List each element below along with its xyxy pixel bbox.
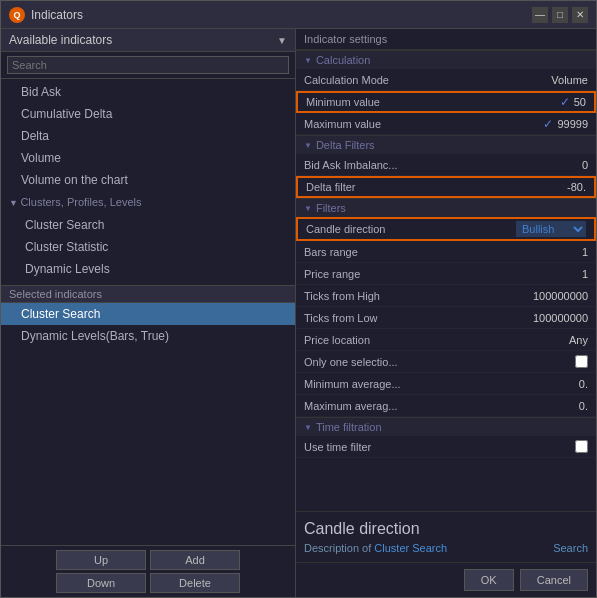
available-indicators-label: Available indicators bbox=[9, 33, 112, 47]
list-item-cluster-search[interactable]: Cluster Search bbox=[1, 214, 295, 236]
setting-name: Price range bbox=[304, 268, 582, 280]
description-panel: Candle direction Description of Cluster … bbox=[296, 511, 596, 562]
setting-name: Only one selectio... bbox=[304, 356, 575, 368]
setting-value: Any bbox=[569, 334, 588, 346]
description-link: Description of Cluster Search Search bbox=[304, 542, 588, 554]
setting-value: 0 bbox=[582, 159, 588, 171]
indicator-settings-header: Indicator settings bbox=[296, 29, 596, 50]
checkmark-icon: ✓ bbox=[560, 95, 570, 109]
setting-row-min-value: Minimum value ✓ 50 bbox=[296, 91, 596, 113]
main-content: Available indicators ▼ Bid Ask Cumulativ… bbox=[1, 29, 596, 597]
setting-value: 100000000 bbox=[533, 290, 588, 302]
minimize-button[interactable]: — bbox=[532, 7, 548, 23]
indicator-list: Bid Ask Cumulative Delta Delta Volume Vo… bbox=[1, 79, 295, 281]
cancel-button[interactable]: Cancel bbox=[520, 569, 588, 591]
setting-row-min-avg: Minimum average... 0. bbox=[296, 373, 596, 395]
list-item-cluster-stat[interactable]: Cluster Statistic bbox=[1, 236, 295, 258]
candle-direction-select[interactable]: Bullish Bearish Any bbox=[516, 221, 586, 237]
setting-row-candle-direction: Candle direction Bullish Bearish Any bbox=[296, 217, 596, 241]
available-indicators-header: Available indicators ▼ bbox=[1, 29, 295, 52]
setting-name: Bid Ask Imbalanc... bbox=[304, 159, 582, 171]
section-delta-filters: Delta Filters bbox=[296, 135, 596, 154]
description-title: Candle direction bbox=[304, 520, 588, 538]
bottom-buttons: OK Cancel bbox=[296, 562, 596, 597]
list-item-dynamic-levels[interactable]: Dynamic Levels bbox=[1, 258, 295, 280]
window-title: Indicators bbox=[31, 8, 83, 22]
list-item[interactable]: Bid Ask bbox=[1, 81, 295, 103]
main-window: Q Indicators — □ ✕ Available indicators … bbox=[0, 0, 597, 598]
search-box bbox=[1, 52, 295, 79]
checkmark-icon: ✓ bbox=[543, 117, 553, 131]
setting-name: Bars range bbox=[304, 246, 582, 258]
list-item-dynamic-levels-channel[interactable]: Dynamic Levels Channel bbox=[1, 280, 295, 281]
setting-name: Use time filter bbox=[304, 441, 575, 453]
close-button[interactable]: ✕ bbox=[572, 7, 588, 23]
setting-row-max-value: Maximum value ✓ 99999 bbox=[296, 113, 596, 135]
list-item-volume-chart[interactable]: Volume on the chart bbox=[1, 169, 295, 191]
setting-value: ✓ 50 bbox=[560, 95, 586, 109]
add-button[interactable]: Add bbox=[150, 550, 240, 570]
list-item[interactable]: Cumulative Delta bbox=[1, 103, 295, 125]
setting-name: Ticks from High bbox=[304, 290, 533, 302]
setting-row-calc-mode: Calculation Mode Volume bbox=[296, 69, 596, 91]
btn-row-bottom: Down Delete bbox=[5, 573, 291, 593]
setting-row-delta-filter: Delta filter -80. bbox=[296, 176, 596, 198]
setting-name: Price location bbox=[304, 334, 569, 346]
right-panel: Indicator settings Calculation Calculati… bbox=[296, 29, 596, 597]
only-one-checkbox[interactable] bbox=[575, 355, 588, 368]
maximize-button[interactable]: □ bbox=[552, 7, 568, 23]
setting-name: Maximum value bbox=[304, 118, 543, 130]
left-panel: Available indicators ▼ Bid Ask Cumulativ… bbox=[1, 29, 296, 597]
time-filter-checkbox[interactable] bbox=[575, 440, 588, 453]
setting-name: Calculation Mode bbox=[304, 74, 551, 86]
setting-row-ticks-low: Ticks from Low 100000000 bbox=[296, 307, 596, 329]
app-icon: Q bbox=[9, 7, 25, 23]
ok-button[interactable]: OK bbox=[464, 569, 514, 591]
cluster-search-link[interactable]: Cluster Search bbox=[374, 542, 447, 554]
search-label: Search bbox=[553, 542, 588, 554]
setting-row-time-filter: Use time filter bbox=[296, 436, 596, 458]
setting-name: Candle direction bbox=[306, 223, 516, 235]
title-controls: — □ ✕ bbox=[532, 7, 588, 23]
section-calculation: Calculation bbox=[296, 50, 596, 69]
dropdown-arrow-icon: ▼ bbox=[277, 35, 287, 46]
setting-value: Bullish Bearish Any bbox=[516, 221, 586, 237]
setting-value: 0. bbox=[579, 378, 588, 390]
down-button[interactable]: Down bbox=[56, 573, 146, 593]
left-bottom-buttons: Up Add Down Delete bbox=[1, 545, 295, 597]
setting-row-ticks-high: Ticks from High 100000000 bbox=[296, 285, 596, 307]
list-item-group[interactable]: Clusters, Profiles, Levels bbox=[1, 191, 295, 214]
setting-value: 1 bbox=[582, 268, 588, 280]
setting-row-bid-ask: Bid Ask Imbalanc... 0 bbox=[296, 154, 596, 176]
settings-scroll[interactable]: Calculation Calculation Mode Volume Mini… bbox=[296, 50, 596, 511]
search-input[interactable] bbox=[7, 56, 289, 74]
setting-value: Volume bbox=[551, 74, 588, 86]
selected-list: Cluster Search Dynamic Levels(Bars, True… bbox=[1, 303, 295, 347]
setting-row-bars-range: Bars range 1 bbox=[296, 241, 596, 263]
selected-item-cluster-search[interactable]: Cluster Search bbox=[1, 303, 295, 325]
section-time-filtration: Time filtration bbox=[296, 417, 596, 436]
setting-value bbox=[575, 440, 588, 453]
setting-row-price-range: Price range 1 bbox=[296, 263, 596, 285]
title-bar: Q Indicators — □ ✕ bbox=[1, 1, 596, 29]
selected-indicators-header: Selected indicators bbox=[1, 285, 295, 303]
setting-value: -80. bbox=[567, 181, 586, 193]
setting-name: Maximum averag... bbox=[304, 400, 579, 412]
setting-value bbox=[575, 355, 588, 368]
list-item[interactable]: Volume bbox=[1, 147, 295, 169]
setting-name: Ticks from Low bbox=[304, 312, 533, 324]
setting-name: Delta filter bbox=[306, 181, 567, 193]
delete-button[interactable]: Delete bbox=[150, 573, 240, 593]
btn-row-top: Up Add bbox=[5, 550, 291, 570]
up-button[interactable]: Up bbox=[56, 550, 146, 570]
title-bar-left: Q Indicators bbox=[9, 7, 83, 23]
setting-row-max-avg: Maximum averag... 0. bbox=[296, 395, 596, 417]
setting-name: Minimum value bbox=[306, 96, 560, 108]
selected-item-dynamic-levels[interactable]: Dynamic Levels(Bars, True) bbox=[1, 325, 295, 347]
setting-row-price-location: Price location Any bbox=[296, 329, 596, 351]
setting-name: Minimum average... bbox=[304, 378, 579, 390]
setting-value: 1 bbox=[582, 246, 588, 258]
setting-value: 0. bbox=[579, 400, 588, 412]
list-item[interactable]: Delta bbox=[1, 125, 295, 147]
setting-row-only-one: Only one selectio... bbox=[296, 351, 596, 373]
